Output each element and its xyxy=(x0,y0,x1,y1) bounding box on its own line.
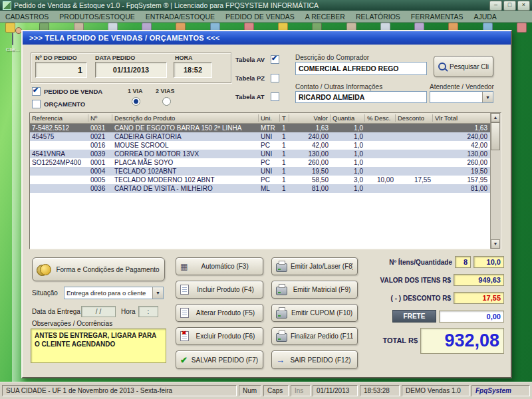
via1-label: 1 VIA xyxy=(128,88,143,94)
menu-pedido-de-vendas[interactable]: PEDIDO DE VENDAS xyxy=(220,12,300,21)
situacao-combobox[interactable]: Entrega direto para o cliente ▼ xyxy=(64,287,164,299)
menu-a-receber[interactable]: A RECEBER xyxy=(300,12,350,21)
chevron-down-icon[interactable]: ▼ xyxy=(152,287,163,299)
emitir-cupom-button[interactable]: Emitir CUPOM (F10) xyxy=(271,304,358,322)
menu-entrada-estoque[interactable]: ENTRADA/ESTOQUE xyxy=(140,12,220,21)
tabela-av-row[interactable]: Tabela AV xyxy=(235,55,279,64)
emitir-matricial-label: Emitir Matricial (F9) xyxy=(291,286,353,293)
situacao-label: Situação xyxy=(32,289,58,297)
alterar-produto-label: Alterar Produto (F5) xyxy=(192,309,259,317)
toolbar-icon-clientes[interactable]: Clie... xyxy=(1,33,24,53)
emitir-matricial-button[interactable]: Emitir Matricial (F9) xyxy=(271,281,358,299)
pedido-de-venda-checkbox[interactable] xyxy=(32,87,41,96)
cell-unidade: PC xyxy=(259,158,280,167)
cell-vlr-total: 240,00 xyxy=(433,132,491,141)
table-row[interactable]: 4541VNRA 0039 CORREA DO MOTOR 13VX UNI 1… xyxy=(30,150,491,158)
table-row[interactable]: 0005 TECLADO MODERNO 102 ABNT PC 1 58,50… xyxy=(30,176,491,184)
total-label: TOTAL R$ xyxy=(368,336,418,344)
close-button[interactable]: × xyxy=(517,1,530,11)
table-row[interactable]: 454575 0021 CADEIRA GIRATORIA UNI 1 240,… xyxy=(30,132,491,141)
cell-vlr-total: 130,00 xyxy=(433,150,491,158)
scroll-up-icon[interactable]: ▲ xyxy=(491,113,500,122)
frete-value[interactable]: 0,00 xyxy=(439,311,504,323)
exit-arrow-icon: → xyxy=(276,355,285,365)
chevron-down-icon[interactable]: ▼ xyxy=(482,92,493,102)
via2-radio[interactable] xyxy=(162,97,171,106)
toolbar-icon-16[interactable] xyxy=(517,23,527,33)
toolbar-icon-1[interactable] xyxy=(5,23,15,33)
atendente-combobox[interactable]: ▼ xyxy=(430,91,493,103)
table-row[interactable]: 0036 CARTAO DE VISITA - MILHEIRO ML 1 81… xyxy=(30,184,491,193)
table-row[interactable]: 0016 MOUSE SCROOL PC 1 42,00 1,0 42,00 xyxy=(30,141,491,150)
table-row[interactable]: 7-5482.5512 0031 CANO DE ESGOTO BARRA 15… xyxy=(30,124,491,132)
automatico-button[interactable]: ▦ Automático (F3) xyxy=(176,257,263,275)
status-caps: Caps xyxy=(263,385,289,396)
data-pedido-field[interactable]: 01/11/2013 xyxy=(95,62,167,78)
menu-relatorios[interactable]: RELATÓRIOS xyxy=(350,12,406,21)
excluir-produto-button[interactable]: ✖ Excluir Produto (F6) xyxy=(176,327,263,345)
tabela-at-row[interactable]: Tabela AT xyxy=(235,92,279,101)
menu-produtos-estoque[interactable]: PRODUTOS/ESTOQUE xyxy=(54,12,140,21)
cell-unidade: UNI xyxy=(259,167,280,176)
cell-descricao: CARTAO DE VISITA - MILHEIRO xyxy=(112,184,259,193)
finalizar-pedido-button[interactable]: Finalizar Pedido (F11) xyxy=(271,327,358,345)
minimize-button[interactable]: – xyxy=(489,1,502,11)
pedido-dialog: >>> TELA PEDIDO DE VENDAS / ORÇAMENTOS <… xyxy=(21,30,512,378)
scroll-down-icon[interactable]: ▼ xyxy=(491,239,500,249)
alterar-produto-button[interactable]: Alterar Produto (F5) xyxy=(176,304,263,322)
status-brand: FpqSystem xyxy=(471,385,530,396)
pedido-de-venda-checkbox-row[interactable]: PEDIDO DE VENDA xyxy=(32,87,102,96)
desconto-value: 17,55 xyxy=(454,292,504,304)
status-time: 18:53:28 xyxy=(360,385,400,396)
cell-desconto xyxy=(396,184,433,193)
tabela-pz-row[interactable]: Tabela PZ xyxy=(235,74,279,82)
table-row[interactable]: 0004 TECLADO 102ABNT UNI 1 19,50 1,0 19,… xyxy=(30,167,491,176)
forma-pagamento-label: Forma e Condições de Pagamento xyxy=(55,266,160,273)
maximize-button[interactable]: □ xyxy=(503,1,516,11)
cell-vlr-total: 157,95 xyxy=(433,176,491,184)
salvar-pedido-button[interactable]: ✔ SALVAR PEDIDO (F7) xyxy=(176,350,263,369)
cell-referencia: 4541VNRA xyxy=(30,150,88,158)
document-icon xyxy=(180,285,189,295)
hora-pedido-field[interactable]: 18:52 xyxy=(174,62,212,78)
orcamento-checkbox-row[interactable]: ORÇAMENTO xyxy=(32,100,85,108)
numero-pedido-field[interactable]: 1 xyxy=(35,62,87,78)
tabela-av-checkbox[interactable] xyxy=(271,55,279,64)
menu-ferramentas[interactable]: FERRAMENTAS xyxy=(406,12,469,21)
scrollbar-thumb[interactable] xyxy=(491,122,500,150)
status-bar: SUA CIDADE - UF 1 de Novembro de 2013 - … xyxy=(0,382,532,399)
frete-row: FRETE 0,00 xyxy=(392,310,504,323)
pesquisar-cliente-button[interactable]: Pesquisar Cliente xyxy=(434,56,493,77)
hora-entrega-field[interactable]: : xyxy=(138,306,158,317)
observacoes-textarea[interactable]: ANTES DE ENTREGAR, LIGARA PARA O CLEINTE… xyxy=(31,329,166,363)
orcamento-checkbox[interactable] xyxy=(32,100,41,108)
sair-pedido-button[interactable]: → SAIR PEDIDO (F12) xyxy=(271,350,358,369)
incluir-produto-button[interactable]: Incluir Produto (F4) xyxy=(176,281,263,299)
comprador-input[interactable]: COMERCIAL ALFREDO REGO xyxy=(295,62,427,75)
cell-referencia xyxy=(30,141,88,150)
cell-desconto: 17,55 xyxy=(396,176,433,184)
cell-vlr-total: 81,00 xyxy=(433,184,491,193)
hora-entrega-label: Hora xyxy=(121,308,136,315)
via1-radio[interactable] xyxy=(132,97,140,106)
data-entrega-field[interactable]: / / xyxy=(81,306,116,317)
atendente-label: Atendente / Vendedor xyxy=(430,83,494,90)
header-quantia: Quantia xyxy=(331,114,365,122)
document-delete-icon: ✖ xyxy=(180,331,189,341)
itens-qtd-value: 10,0 xyxy=(473,256,504,268)
forma-pagamento-button[interactable]: Forma e Condições de Pagamento xyxy=(32,257,165,281)
menu-ajuda[interactable]: AJUDA xyxy=(468,12,501,21)
tabela-at-checkbox[interactable] xyxy=(271,92,279,101)
observacoes-label: Observações / Ocorrências xyxy=(32,320,112,327)
table-scrollbar[interactable]: ▲ ▼ xyxy=(490,113,501,249)
cell-desconto xyxy=(396,141,433,150)
emitir-jato-laser-button[interactable]: Emitir Jato/Laser (F8) xyxy=(271,257,358,275)
tabela-pz-checkbox[interactable] xyxy=(271,74,279,82)
table-row[interactable]: SO12524MP400 0001 PLACA MÃE SOYO PC 1 26… xyxy=(30,158,491,167)
itens-count-value: 8 xyxy=(455,256,471,268)
menu-cadastros[interactable]: CADASTROS xyxy=(0,12,54,21)
contato-input[interactable]: RICARDO ALMEIDA xyxy=(295,91,427,103)
valor-itens-row: VALOR DOS ITENS R$ 949,63 xyxy=(368,274,504,286)
cell-t: 1 xyxy=(280,176,289,184)
printer-icon xyxy=(276,310,287,319)
